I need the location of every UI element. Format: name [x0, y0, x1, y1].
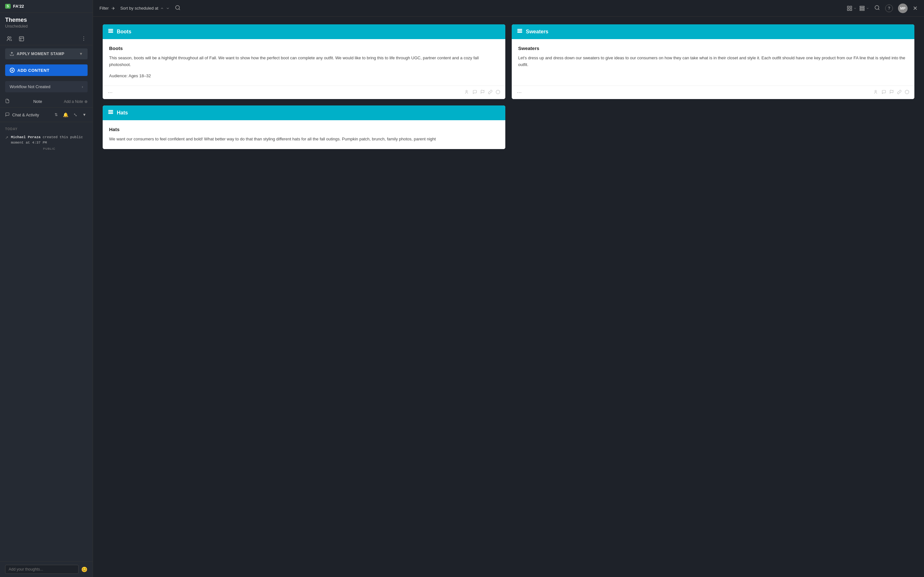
emoji-button[interactable]: 😊	[81, 566, 87, 572]
card-boots: Boots Boots This season, boots will be a…	[103, 24, 505, 99]
grid-dropdown-icon	[853, 7, 857, 10]
svg-point-20	[466, 90, 467, 92]
card-boots-link-icon[interactable]	[488, 90, 493, 95]
svg-rect-31	[108, 113, 113, 114]
apply-moment-stamp-button[interactable]: APPLY MOMENT STAMP ▼	[5, 48, 87, 59]
card-sweaters-people-icon[interactable]	[874, 90, 879, 95]
card-sweaters-body-title: Sweaters	[518, 45, 908, 51]
card-boots-flag-icon[interactable]	[480, 90, 485, 95]
list-dropdown-icon	[866, 7, 869, 10]
apply-moment-label: APPLY MOMENT STAMP	[17, 52, 65, 56]
card-sweaters-body: Sweaters Let's dress up and dress down o…	[512, 39, 914, 85]
svg-line-16	[878, 9, 879, 10]
sort-chevron-icon	[160, 6, 164, 10]
chat-input[interactable]	[5, 565, 79, 574]
add-content-button[interactable]: ADD CONTENT	[5, 64, 87, 76]
card-sweaters-icon	[517, 28, 523, 35]
close-icon: ✕	[913, 5, 918, 11]
card-boots-people-icon[interactable]	[465, 90, 469, 95]
global-search-button[interactable]	[874, 5, 880, 12]
note-icon	[5, 99, 10, 104]
card-sweaters-body-text: Let's dress up and dress down our sweate…	[518, 55, 908, 68]
filter-button[interactable]: Filter	[99, 6, 115, 11]
today-label: TODAY	[5, 127, 87, 131]
card-sweaters-header: Sweaters	[512, 24, 914, 39]
close-button[interactable]: ✕	[913, 5, 918, 12]
svg-rect-12	[860, 6, 864, 7]
svg-rect-18	[108, 31, 113, 31]
chat-dropdown-icon[interactable]: ▼	[81, 111, 87, 118]
card-hats-body-text: We want our consumers to feel confident …	[109, 136, 499, 143]
svg-rect-1	[19, 37, 24, 41]
sort-chevron-down-icon	[166, 6, 170, 10]
activity-feed: TODAY ↗ Michael Peraza created this publ…	[0, 122, 93, 561]
svg-rect-9	[850, 6, 852, 8]
chat-sort-icon[interactable]: ⇅	[53, 111, 59, 118]
svg-point-0	[8, 37, 10, 39]
svg-rect-11	[850, 9, 852, 10]
activity-text: Michael Peraza created this public momen…	[11, 135, 87, 145]
cards-area: Boots Boots This season, boots will be a…	[93, 17, 924, 577]
workflow-chevron-icon: ›	[82, 84, 83, 89]
card-hats-body-title: Hats	[109, 127, 499, 132]
card-boots-more-button[interactable]: ···	[108, 89, 113, 96]
help-button[interactable]: ?	[885, 5, 893, 12]
svg-rect-10	[847, 9, 849, 10]
topbar: Filter Sort by scheduled at	[93, 0, 924, 17]
main-content: Filter Sort by scheduled at	[93, 0, 924, 577]
list-icon	[859, 5, 865, 11]
filter-arrow-icon	[111, 6, 115, 11]
card-sweaters-link-icon[interactable]	[897, 90, 901, 95]
sort-button[interactable]: Sort by scheduled at	[120, 6, 170, 11]
more-options-btn[interactable]: ⋮	[80, 34, 87, 43]
svg-point-26	[875, 90, 877, 92]
people-icon-btn[interactable]	[5, 35, 13, 43]
sort-label: Sort by scheduled at	[120, 6, 158, 11]
add-note-button[interactable]: Add a Note ⊕	[64, 99, 87, 104]
card-boots-audience: Audience: Ages 18–32	[109, 73, 499, 79]
workflow-button[interactable]: Workflow Not Created ›	[5, 81, 87, 92]
chat-icons-group: ⇅ 🔔 ⤡ ▼	[53, 111, 87, 119]
app-badge: S	[5, 4, 11, 9]
card-sweaters-flag-icon[interactable]	[889, 90, 894, 95]
svg-point-28	[905, 90, 909, 94]
activity-author: Michael Peraza	[11, 135, 40, 139]
grid-view-button[interactable]	[846, 5, 857, 11]
card-sweaters-comment-icon[interactable]	[882, 90, 886, 95]
card-boots-icon	[108, 28, 113, 35]
card-hats: Hats Hats We want our consumers to feel …	[103, 105, 505, 149]
chat-activity-row: Chat & Activity ⇅ 🔔 ⤡ ▼	[0, 108, 93, 122]
workflow-label: Workflow Not Created	[10, 84, 50, 89]
sidebar: S FA'22 Themes Unscheduled ⋮ APPLY MOMEN…	[0, 0, 93, 577]
view-toggle	[846, 5, 869, 11]
chat-expand-icon[interactable]: ⤡	[72, 111, 79, 119]
svg-point-22	[496, 90, 500, 94]
app-title: FA'22	[13, 4, 24, 9]
card-boots-title: Boots	[117, 29, 131, 35]
apply-moment-arrow: ▼	[79, 52, 83, 56]
sidebar-icons-row: ⋮	[0, 32, 93, 45]
card-boots-body-title: Boots	[109, 45, 499, 51]
chat-icon	[5, 112, 10, 118]
card-boots-comment-icon[interactable]	[473, 90, 477, 95]
activity-item: ↗ Michael Peraza created this public mom…	[5, 135, 87, 150]
card-boots-circle-icon[interactable]	[496, 90, 500, 95]
page-subtitle: Unscheduled	[0, 24, 93, 32]
layers-icon-btn[interactable]	[17, 35, 26, 43]
chat-bell-icon[interactable]: 🔔	[61, 111, 69, 119]
avatar[interactable]: MP	[898, 3, 908, 13]
card-hats-icon	[108, 109, 113, 116]
list-view-button[interactable]	[859, 5, 869, 11]
activity-icon: ↗	[5, 135, 8, 140]
card-boots-body-text: This season, boots will be a highlight t…	[109, 55, 499, 68]
card-sweaters-footer: ···	[512, 85, 914, 99]
search-icon	[175, 5, 181, 11]
sidebar-header: S FA'22	[0, 0, 93, 13]
card-sweaters-circle-icon[interactable]	[905, 90, 909, 95]
svg-point-15	[875, 5, 879, 9]
card-sweaters-title: Sweaters	[526, 29, 548, 35]
search-button[interactable]	[175, 5, 181, 12]
card-sweaters-more-button[interactable]: ···	[517, 89, 522, 96]
svg-rect-23	[517, 29, 522, 30]
filter-label: Filter	[99, 6, 109, 11]
